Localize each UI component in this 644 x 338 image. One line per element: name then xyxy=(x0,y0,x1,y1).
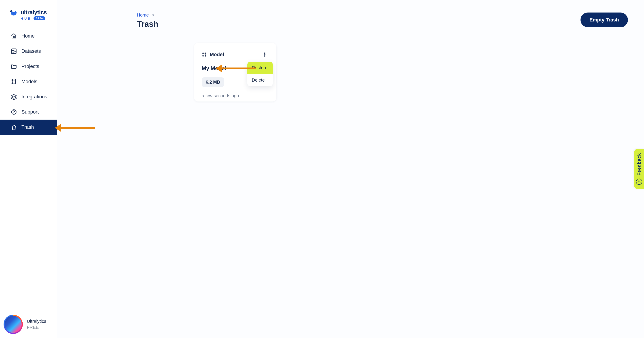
help-icon xyxy=(11,109,17,115)
card-header: Model xyxy=(202,50,269,58)
brand-beta-badge: BETA xyxy=(34,16,46,20)
sidebar-item-datasets[interactable]: Datasets xyxy=(0,44,57,59)
svg-point-14 xyxy=(264,54,265,55)
svg-point-12 xyxy=(205,56,206,56)
svg-point-6 xyxy=(15,83,16,84)
empty-trash-button[interactable]: Empty Trash xyxy=(580,12,628,27)
page-header: Home > Trash Empty Trash xyxy=(57,0,644,29)
sidebar-item-models[interactable]: Models xyxy=(0,74,57,89)
svg-point-10 xyxy=(205,53,206,54)
brand-name: ultralytics xyxy=(20,9,47,16)
breadcrumb-home[interactable]: Home xyxy=(137,12,149,18)
card-type: Model xyxy=(202,52,224,58)
sidebar-item-label: Trash xyxy=(22,124,34,130)
page-title: Trash xyxy=(137,20,158,29)
sidebar-item-label: Support xyxy=(22,109,39,115)
main: Home > Trash Empty Trash Model My Model … xyxy=(57,0,644,338)
feedback-label: Feedback xyxy=(636,153,642,176)
trash-icon xyxy=(11,124,17,130)
svg-point-15 xyxy=(264,56,265,56)
brand-sub: HUB BETA xyxy=(20,16,47,20)
svg-point-11 xyxy=(202,56,204,56)
header-actions: Empty Trash xyxy=(580,12,628,27)
avatar[interactable] xyxy=(4,315,23,334)
user-name: Ultralytics xyxy=(27,319,46,324)
svg-point-8 xyxy=(14,113,14,114)
sidebar-item-home[interactable]: Home xyxy=(0,28,57,44)
smile-icon xyxy=(636,178,642,185)
sidebar-item-support[interactable]: Support xyxy=(0,104,57,120)
layers-icon xyxy=(11,94,17,100)
annotation-arrow-trash xyxy=(55,124,95,132)
card-type-label: Model xyxy=(210,52,224,58)
home-icon xyxy=(11,33,17,39)
svg-point-4 xyxy=(15,80,16,81)
sidebar-item-trash[interactable]: Trash xyxy=(0,120,57,135)
sidebar-item-label: Models xyxy=(22,79,37,84)
sidebar: ultralytics HUB BETA Home Datasets Proje… xyxy=(0,0,57,338)
models-icon xyxy=(11,78,17,85)
card-kebab-button[interactable] xyxy=(261,50,269,58)
sidebar-item-projects[interactable]: Projects xyxy=(0,59,57,74)
svg-point-9 xyxy=(202,53,204,54)
breadcrumb: Home > xyxy=(137,12,158,18)
brand-hub-text: HUB xyxy=(20,16,32,20)
breadcrumb-sep: > xyxy=(152,12,154,18)
sidebar-item-label: Datasets xyxy=(22,48,41,54)
svg-rect-1 xyxy=(12,49,16,54)
folder-icon xyxy=(11,63,17,70)
feedback-tab[interactable]: Feedback xyxy=(634,149,644,189)
sidebar-item-integrations[interactable]: Integrations xyxy=(0,89,57,104)
sidebar-item-label: Projects xyxy=(22,64,39,69)
svg-point-5 xyxy=(12,83,13,84)
annotation-arrow-restore xyxy=(216,64,256,72)
image-icon xyxy=(11,48,17,54)
sidebar-item-label: Integrations xyxy=(22,94,47,100)
brand-text: ultralytics HUB BETA xyxy=(20,9,47,20)
card-time: a few seconds ago xyxy=(202,93,269,98)
brand-logo xyxy=(9,9,18,18)
sidebar-item-label: Home xyxy=(22,33,35,39)
avatar-meta: Ultralytics FREE xyxy=(27,319,46,330)
menu-item-delete[interactable]: Delete xyxy=(247,74,273,86)
models-icon xyxy=(202,52,207,57)
sidebar-footer: Ultralytics FREE xyxy=(0,311,57,338)
user-plan: FREE xyxy=(27,325,46,330)
title-block: Home > Trash xyxy=(137,12,158,29)
svg-point-2 xyxy=(12,50,14,51)
sidebar-nav: Home Datasets Projects Models Integratio… xyxy=(0,28,57,135)
card-size-chip: 6.2 MB xyxy=(202,77,224,87)
svg-point-3 xyxy=(12,80,13,81)
svg-point-13 xyxy=(264,53,265,54)
brand: ultralytics HUB BETA xyxy=(0,0,57,26)
